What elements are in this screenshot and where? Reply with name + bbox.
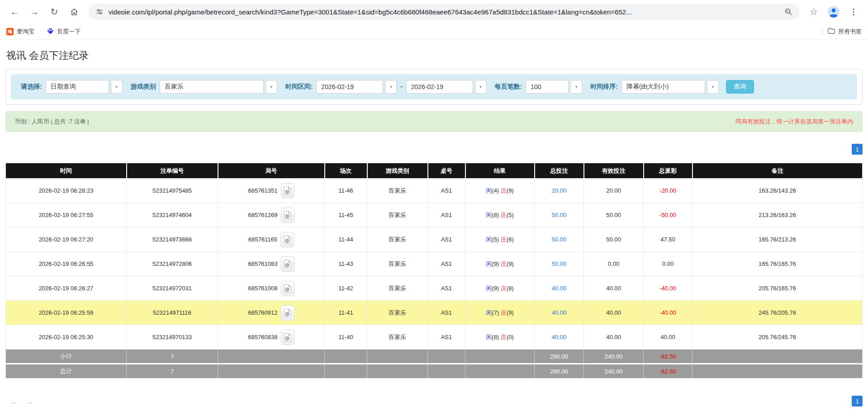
site-info-icon[interactable]: [94, 6, 105, 17]
cell-game: 百家乐: [367, 276, 428, 301]
total-bet-link[interactable]: 40.00: [552, 334, 567, 340]
taobao-icon: 淘: [6, 28, 14, 35]
video-replay-button[interactable]: [281, 330, 294, 345]
cell-game: 百家乐: [367, 227, 428, 252]
bookmark-baidu[interactable]: 百度一下: [47, 28, 81, 36]
cell-total-bet: 40.00: [535, 325, 584, 350]
page-title: 视讯 会员下注纪录: [6, 49, 863, 62]
total-bet-link[interactable]: 50.00: [552, 260, 567, 267]
cell-result: 闲(8) 庄(0): [465, 325, 535, 350]
summary-label: 总计: [6, 364, 127, 378]
cell-payout: -40.00: [644, 301, 693, 325]
cell-total-bet: 50.00: [535, 227, 584, 252]
column-header: 注单编号: [127, 163, 218, 179]
cell-round-id: 685761351: [218, 179, 325, 203]
cell-time: 2026-02-19 06:25:59: [6, 301, 127, 325]
sort-select[interactable]: 降幂(由大到小): [621, 80, 705, 94]
forward-icon[interactable]: →: [26, 4, 43, 20]
chevron-down-icon[interactable]: ▼: [570, 80, 582, 94]
filter-panel: 请选择: 日期查询 ▼ 游戏类别 百家乐 ▼ 时间区间: 2026-02-19 …: [5, 69, 863, 105]
subtotal-row: 小计7290.00240.00-62.50: [6, 350, 863, 364]
prev-page-arrow-icon[interactable]: ←: [10, 397, 18, 407]
cell-bet-id: 523214975485: [127, 179, 218, 203]
summary-total-bet: 290.00: [535, 364, 584, 378]
chevron-down-icon[interactable]: ▼: [707, 80, 719, 94]
page-size-select[interactable]: 100: [526, 80, 569, 94]
summary-payout: -62.50: [644, 364, 693, 378]
cell-game: 百家乐: [367, 203, 428, 227]
cell-time: 2026-02-19 06:25:30: [6, 325, 127, 350]
cell-session: 11-42: [325, 276, 367, 301]
url-text[interactable]: videoie.com/ipl/portal.php/game/betrecor…: [109, 8, 783, 16]
cell-table-no: AS1: [428, 276, 465, 301]
reload-icon[interactable]: ↻: [46, 4, 62, 20]
video-file-icon: [284, 333, 291, 342]
all-bookmarks-button[interactable]: 所有书签: [828, 28, 862, 36]
search-button[interactable]: 查询: [726, 80, 754, 94]
cell-payout: -40.00: [644, 276, 693, 301]
table-row: 2026-02-19 06:26:55523214972806685761083…: [6, 252, 863, 276]
cell-time: 2026-02-19 06:28:23: [6, 179, 127, 203]
page-number-button[interactable]: 1: [852, 396, 863, 407]
summary-total-bet: 290.00: [535, 350, 584, 364]
summary-count: 7: [127, 350, 218, 364]
total-bet-link[interactable]: 40.00: [552, 309, 567, 316]
video-replay-button[interactable]: [281, 281, 294, 296]
table-row: 2026-02-19 06:25:30523214970133685760838…: [6, 325, 863, 350]
cell-round-id: 685761083: [218, 252, 325, 276]
browser-menu-icon[interactable]: ⋮: [845, 4, 862, 20]
cell-round-id: 685760838: [218, 325, 325, 350]
bookmark-label: 爱淘宝: [17, 28, 34, 36]
video-replay-button[interactable]: [281, 256, 294, 272]
chevron-down-icon[interactable]: ▼: [385, 80, 397, 94]
video-replay-button[interactable]: [281, 208, 294, 223]
column-header: 游戏类别: [367, 163, 428, 179]
cell-game: 百家乐: [367, 325, 428, 350]
total-bet-link[interactable]: 40.00: [552, 285, 567, 292]
video-file-icon: [284, 284, 291, 293]
chevron-down-icon[interactable]: ▼: [266, 80, 277, 94]
zoom-out-icon[interactable]: [783, 6, 794, 17]
cell-total-bet: 20.00: [535, 179, 584, 203]
date-to-select[interactable]: 2026-02-19: [406, 80, 473, 94]
video-replay-button[interactable]: [281, 183, 294, 199]
grand-total-row: 总计7290.00240.00-62.50: [6, 364, 863, 378]
pagination-top: 1: [5, 144, 863, 155]
video-replay-button[interactable]: [281, 305, 294, 321]
game-type-select[interactable]: 百家乐: [160, 80, 264, 94]
home-icon[interactable]: [66, 4, 82, 20]
summary-payout: -62.50: [644, 350, 693, 364]
query-type-select[interactable]: 日期查询: [46, 80, 109, 94]
page-number-button[interactable]: 1: [852, 144, 863, 155]
chevron-down-icon[interactable]: ▼: [475, 80, 487, 94]
cell-payout: -20.00: [644, 179, 693, 203]
valid-bet-notice: 同局有效投注，统一计算在该局第一张注单内: [735, 118, 853, 126]
address-bar[interactable]: videoie.com/ipl/portal.php/game/betrecor…: [89, 4, 799, 20]
cell-valid-bet: 0.00: [584, 252, 644, 276]
total-bet-link[interactable]: 20.00: [552, 187, 567, 194]
bookmark-aitaobao[interactable]: 淘 爱淘宝: [6, 28, 34, 36]
cell-table-no: AS1: [428, 301, 465, 325]
back-icon[interactable]: ←: [6, 4, 23, 20]
next-page-arrow-icon[interactable]: →: [25, 397, 33, 407]
cell-note: 165.76/213.26: [693, 227, 863, 252]
video-replay-button[interactable]: [280, 232, 294, 247]
bookmark-label: 百度一下: [57, 28, 81, 36]
cell-round-id: 685761269: [218, 203, 325, 227]
all-bookmarks-label: 所有书签: [838, 28, 862, 36]
video-file-icon: [284, 211, 291, 220]
total-bet-link[interactable]: 50.00: [552, 212, 567, 218]
date-from-select[interactable]: 2026-02-19: [316, 80, 383, 94]
cell-note: 165.76/165.76: [693, 252, 863, 276]
cell-note: 163.26/143.26: [693, 179, 863, 203]
total-bet-link[interactable]: 50.00: [552, 236, 567, 243]
cell-bet-id: 523214972806: [127, 252, 218, 276]
cell-result: 闲(8) 庄(5): [465, 203, 535, 227]
profile-avatar[interactable]: [826, 5, 841, 19]
chevron-down-icon[interactable]: ▼: [111, 80, 123, 94]
bookmark-star-icon[interactable]: ☆: [806, 4, 822, 20]
cell-valid-bet: 50.00: [584, 227, 644, 252]
cell-time: 2026-02-19 06:27:20: [6, 227, 127, 252]
page-size-label: 每页笔数:: [495, 83, 522, 91]
column-header: 桌号: [428, 163, 465, 179]
